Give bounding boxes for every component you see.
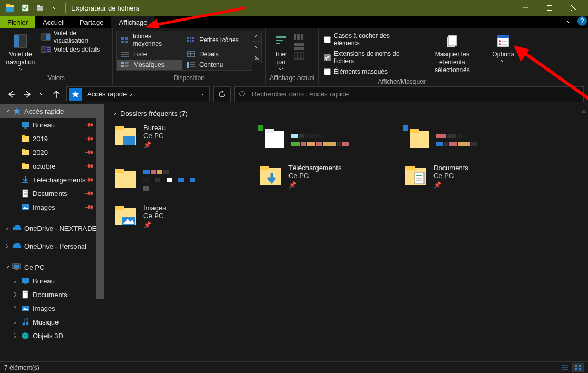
back-button[interactable]	[4, 87, 18, 101]
view-details-button[interactable]	[560, 363, 571, 372]
tree-pc-3d-objects[interactable]: Objets 3D	[0, 329, 104, 342]
tree-this-pc[interactable]: Ce PC	[0, 260, 104, 274]
downloads-icon	[20, 175, 31, 184]
tree-pc-music[interactable]: Musique	[0, 315, 104, 329]
group-by-icon[interactable]	[293, 42, 305, 51]
qat-dropdown-icon[interactable]	[47, 6, 62, 10]
chevron-right-icon[interactable]	[11, 319, 20, 325]
help-button[interactable]: ?	[577, 16, 587, 26]
svg-line-71	[244, 95, 246, 97]
layout-scroll-up[interactable]	[252, 31, 261, 42]
layout-content[interactable]: Contenu	[182, 60, 248, 70]
svg-rect-5	[37, 5, 40, 7]
svg-rect-129	[575, 368, 577, 370]
chevron-right-icon[interactable]	[11, 333, 20, 338]
qat-properties-icon[interactable]	[18, 4, 33, 12]
tile-downloads[interactable]: TéléchargementsCe PC📌	[257, 162, 391, 199]
search-box[interactable]: Rechercher dans : Accès rapide	[234, 86, 584, 102]
chevron-right-icon[interactable]	[2, 225, 12, 231]
cloud-icon	[12, 223, 22, 233]
svg-rect-56	[294, 53, 304, 59]
address-dropdown[interactable]	[197, 92, 209, 97]
tile-images[interactable]: ImagesCe PC📌	[112, 202, 246, 239]
sort-by-label: Trier par	[275, 51, 287, 66]
svg-rect-115	[405, 166, 415, 170]
chevron-right-icon[interactable]	[11, 292, 20, 297]
chevron-down-icon[interactable]	[2, 264, 12, 270]
desktop-folder-icon	[113, 123, 138, 152]
tree-images[interactable]: Images📌	[0, 200, 104, 214]
svg-point-70	[240, 91, 245, 96]
tree-onedrive-business[interactable]: OneDrive - NEXTRADE	[0, 221, 104, 235]
tab-file[interactable]: Fichier	[0, 16, 35, 28]
svg-rect-109	[410, 129, 419, 133]
navigation-pane-button[interactable]: Volet de navigation	[3, 31, 38, 71]
tree-octobre[interactable]: octobre📌	[0, 159, 104, 173]
tree-desktop[interactable]: Bureau📌	[0, 118, 104, 132]
details-pane-button[interactable]: Volet des détails	[38, 43, 109, 56]
layout-expand[interactable]	[252, 52, 261, 63]
tree-onedrive-personal[interactable]: OneDrive - Personal	[0, 239, 104, 253]
tile-censored[interactable]	[112, 162, 246, 199]
search-icon	[239, 91, 246, 98]
layout-scroll-down[interactable]	[252, 42, 261, 52]
layout-medium-icons[interactable]: Icônes moyennes	[117, 31, 182, 49]
tree-pc-images[interactable]: Images	[0, 301, 104, 315]
svg-rect-22	[125, 41, 128, 43]
sort-by-button[interactable]: Trier par	[269, 31, 293, 71]
tree-pc-desktop[interactable]: Bureau	[0, 274, 104, 288]
svg-rect-106	[265, 131, 284, 148]
folder-icon	[20, 148, 31, 157]
minimize-button[interactable]	[513, 0, 537, 16]
tile-censored[interactable]	[402, 122, 536, 159]
tree-downloads[interactable]: Téléchargements📌	[0, 173, 104, 186]
svg-rect-41	[187, 62, 189, 64]
chevron-right-icon[interactable]	[11, 306, 20, 311]
forward-button[interactable]	[21, 87, 35, 101]
ribbon-collapse-button[interactable]	[561, 16, 573, 28]
qat-new-folder-icon[interactable]	[33, 4, 47, 12]
documents-icon	[20, 290, 31, 299]
preview-pane-button[interactable]: Volet de visualisation	[38, 31, 109, 43]
address-bar[interactable]: Accès rapide	[66, 86, 210, 102]
chevron-right-icon[interactable]	[11, 278, 20, 283]
layout-list[interactable]: Liste	[117, 49, 182, 60]
history-dropdown[interactable]	[38, 87, 46, 101]
svg-rect-13	[46, 34, 50, 40]
checkbox-name-extensions[interactable]: Extensions de noms de fichiers	[322, 48, 418, 66]
tab-share[interactable]: Partage	[72, 16, 111, 28]
chevron-right-icon[interactable]	[2, 243, 12, 249]
svg-rect-11	[14, 35, 19, 47]
hide-selected-button[interactable]: Masquer les éléments sélectionnés	[423, 31, 481, 74]
svg-rect-92	[23, 291, 28, 298]
tree-2020[interactable]: 2020📌	[0, 145, 104, 159]
tree-documents[interactable]: Documents📌	[0, 186, 104, 200]
tile-documents[interactable]: DocumentsCe PC📌	[402, 162, 536, 199]
up-button[interactable]	[50, 87, 63, 101]
chevron-down-icon[interactable]	[2, 109, 12, 114]
options-button[interactable]: Options	[488, 31, 518, 63]
refresh-button[interactable]	[213, 86, 231, 102]
tile-censored[interactable]	[257, 122, 391, 159]
search-placeholder: Rechercher dans : Accès rapide	[252, 90, 349, 98]
breadcrumb[interactable]: Accès rapide	[84, 90, 136, 98]
checkbox-item-checkboxes[interactable]: Cases à cocher des éléments	[322, 31, 418, 48]
tree-quick-access[interactable]: Accès rapide	[0, 104, 104, 118]
close-button[interactable]	[562, 0, 586, 16]
size-columns-icon[interactable]	[293, 52, 305, 60]
tab-home[interactable]: Accueil	[35, 16, 72, 28]
tree-scrollbar[interactable]	[96, 104, 104, 361]
maximize-button[interactable]	[537, 0, 562, 16]
layout-small-icons[interactable]: Petites icônes	[182, 31, 248, 49]
view-thumbnails-button[interactable]	[572, 363, 584, 372]
layout-details[interactable]: Détails	[182, 49, 248, 60]
group-header[interactable]: Dossiers fréquents (7)	[112, 110, 585, 117]
checkbox-hidden-items[interactable]: Éléments masqués	[322, 66, 418, 77]
tree-2019[interactable]: 2019📌	[0, 132, 104, 145]
tile-bureau[interactable]: BureauCe PC📌	[112, 122, 246, 159]
add-column-icon[interactable]	[293, 33, 305, 41]
layout-tiles[interactable]: Mosaïques	[117, 60, 182, 70]
content-scrollbar[interactable]	[580, 104, 588, 361]
tab-view[interactable]: Affichage	[111, 16, 155, 28]
tree-pc-documents[interactable]: Documents	[0, 288, 104, 301]
